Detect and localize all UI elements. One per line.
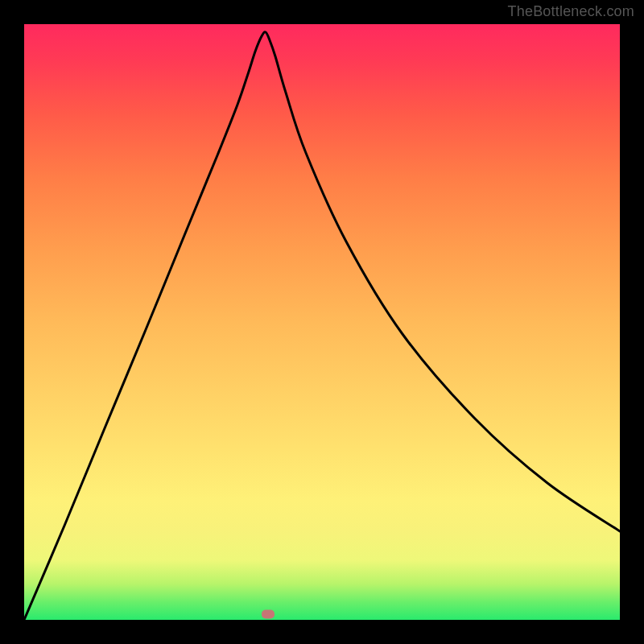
- plot-frame: [24, 24, 620, 620]
- curve-svg: [24, 24, 620, 620]
- bottleneck-curve: [24, 32, 620, 620]
- minimum-marker: [262, 610, 275, 619]
- watermark-text: TheBottleneck.com: [508, 3, 634, 20]
